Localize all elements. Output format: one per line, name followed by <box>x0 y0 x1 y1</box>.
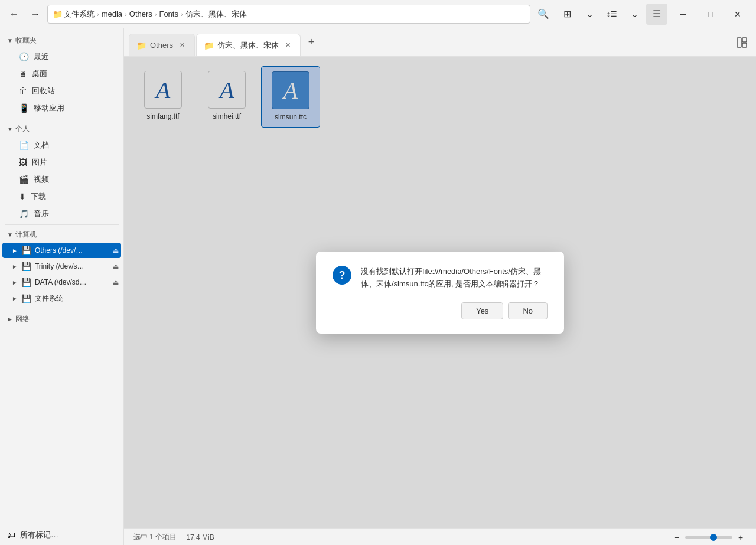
tab-others-label: Others <box>150 41 173 50</box>
all-tags-button[interactable]: 🏷 所有标记… <box>0 524 124 545</box>
sidebar-section-favorites: ▼ 收藏夹 🕐 最近 🖥 桌面 🗑 回收站 📱 移动应用 <box>0 33 123 116</box>
sidebar-item-pictures[interactable]: 🖼 图片 <box>2 154 121 171</box>
folder-icon: 📁 <box>53 9 63 19</box>
desktop-icon: 🖥 <box>19 69 27 79</box>
breadcrumb-sep-1: › <box>97 11 99 18</box>
eject-trinity[interactable]: ⏏ <box>113 263 119 270</box>
documents-icon: 📄 <box>19 141 29 150</box>
view-list-button[interactable]: ☰ <box>646 4 667 25</box>
sidebar-section-computer: ▼ 计算机 ► 💾 Others (/dev/… ⏏ ► 💾 Trinity (… <box>0 227 123 306</box>
drive-icon-filesystem: 💾 <box>21 294 31 303</box>
dialog-no-button[interactable]: No <box>508 302 548 319</box>
file-area: A simfang.ttf A simhei.ttf A simsun.t <box>124 57 756 528</box>
maximize-button[interactable]: □ <box>697 0 724 28</box>
svg-rect-0 <box>737 38 741 47</box>
tab-others-folder-icon: 📁 <box>136 41 146 50</box>
dialog: ? 没有找到默认打开file:///media/Others/Fonts/仿宋、… <box>316 252 564 334</box>
music-icon: 🎵 <box>19 209 29 218</box>
sidebar-header-favorites[interactable]: ▼ 收藏夹 <box>0 33 123 48</box>
status-bar: 选中 1 个项目 17.4 MiB − + <box>124 528 756 545</box>
view-controls: ⊞ ⌄ ↕☰ ⌄ ☰ <box>556 4 667 25</box>
forward-button[interactable]: → <box>26 5 45 24</box>
caret-favorites: ▼ <box>7 37 13 44</box>
tab-simsun-folder-icon: 📁 <box>204 41 214 50</box>
trash-icon: 🗑 <box>19 86 27 96</box>
sidebar-section-network: ► 网络 <box>0 312 123 327</box>
tab-bar: 📁 Others ✕ 📁 仿宋、黑体、宋体 ✕ + <box>124 28 756 57</box>
caret-network: ► <box>7 316 13 322</box>
pictures-icon: 🖼 <box>19 158 27 167</box>
sidebar-item-data-drive[interactable]: ► 💾 DATA (/dev/sd… ⏏ <box>2 275 121 290</box>
sidebar-item-mobile-apps[interactable]: 📱 移动应用 <box>2 100 121 116</box>
tags-icon: 🏷 <box>7 530 15 540</box>
sidebar-item-downloads[interactable]: ⬇ 下载 <box>2 188 121 205</box>
breadcrumb-filesystem[interactable]: 📁 文件系统 <box>53 9 94 19</box>
sidebar: ▼ 收藏夹 🕐 最近 🖥 桌面 🗑 回收站 📱 移动应用 <box>0 28 124 545</box>
back-button[interactable]: ← <box>5 5 24 24</box>
zoom-thumb <box>710 534 717 541</box>
dialog-buttons: Yes No <box>333 302 548 319</box>
sidebar-section-personal: ▼ 个人 📄 文档 🖼 图片 🎬 视频 ⬇ 下载 🎵 音乐 <box>0 122 123 222</box>
sep-1 <box>5 119 119 119</box>
zoom-slider[interactable] <box>685 536 732 539</box>
sidebar-header-network[interactable]: ► 网络 <box>0 312 123 327</box>
sort-dropdown-button[interactable]: ⌄ <box>624 4 645 25</box>
sort-button[interactable]: ↕☰ <box>601 4 623 25</box>
dialog-message: 没有找到默认打开file:///media/Others/Fonts/仿宋、黑体… <box>361 266 548 291</box>
drive-caret-data: ► <box>12 279 18 286</box>
panel-toggle-button[interactable] <box>732 33 751 52</box>
sidebar-item-recent[interactable]: 🕐 最近 <box>2 48 121 65</box>
breadcrumb-bar[interactable]: 📁 文件系统 › media › Others › Fonts › 仿宋、黑体、… <box>47 5 530 24</box>
downloads-icon: ⬇ <box>19 192 26 201</box>
sidebar-item-desktop[interactable]: 🖥 桌面 <box>2 66 121 82</box>
dialog-overlay: ? 没有找到默认打开file:///media/Others/Fonts/仿宋、… <box>124 57 756 528</box>
zoom-minus-button[interactable]: − <box>671 531 683 543</box>
zoom-plus-button[interactable]: + <box>735 531 747 543</box>
sidebar-item-trinity-drive[interactable]: ► 💾 Trinity (/dev/s… ⏏ <box>2 259 121 274</box>
sep-2 <box>5 224 119 225</box>
close-button[interactable]: ✕ <box>724 0 751 28</box>
window-controls: ─ □ ✕ <box>670 0 751 28</box>
drive-caret-trinity: ► <box>12 263 18 270</box>
search-button[interactable]: 🔍 <box>533 4 554 25</box>
content-area: 📁 Others ✕ 📁 仿宋、黑体、宋体 ✕ + <box>124 28 756 545</box>
tab-simsun-close[interactable]: ✕ <box>282 40 293 51</box>
breadcrumb-sep-2: › <box>125 11 127 18</box>
breadcrumb-sep-3: › <box>155 11 157 18</box>
dialog-question-icon: ? <box>333 266 351 285</box>
tab-others[interactable]: 📁 Others ✕ <box>129 34 195 56</box>
view-grid-button[interactable]: ⊞ <box>556 4 578 25</box>
caret-personal: ▼ <box>7 126 13 132</box>
sidebar-item-others-drive[interactable]: ► 💾 Others (/dev/… ⏏ <box>2 243 121 258</box>
breadcrumb-sep-4: › <box>181 11 183 18</box>
tab-simsun[interactable]: 📁 仿宋、黑体、宋体 ✕ <box>196 34 301 56</box>
breadcrumb-others[interactable]: Others <box>129 9 152 18</box>
minimize-button[interactable]: ─ <box>670 0 697 28</box>
sidebar-item-music[interactable]: 🎵 音乐 <box>2 205 121 222</box>
dialog-yes-button[interactable]: Yes <box>461 302 503 319</box>
zoom-control: − + <box>671 531 747 543</box>
sep-3 <box>5 309 119 309</box>
svg-rect-1 <box>742 38 747 42</box>
breadcrumb-fonts[interactable]: Fonts <box>159 9 178 18</box>
tab-add-button[interactable]: + <box>302 33 321 52</box>
sidebar-header-computer[interactable]: ▼ 计算机 <box>0 227 123 242</box>
videos-icon: 🎬 <box>19 175 29 184</box>
tab-simsun-label: 仿宋、黑体、宋体 <box>217 40 279 51</box>
eject-others[interactable]: ⏏ <box>113 247 119 254</box>
sidebar-item-filesystem[interactable]: ► 💾 文件系统 <box>2 291 121 306</box>
eject-data[interactable]: ⏏ <box>113 279 119 286</box>
recent-icon: 🕐 <box>19 52 29 61</box>
tab-others-close[interactable]: ✕ <box>177 40 187 51</box>
sidebar-item-documents[interactable]: 📄 文档 <box>2 137 121 154</box>
selection-size: 17.4 MiB <box>186 533 214 541</box>
drive-caret-filesystem: ► <box>12 295 18 302</box>
breadcrumb-current[interactable]: 仿宋、黑体、宋体 <box>185 9 247 19</box>
breadcrumb-media[interactable]: media <box>102 9 122 18</box>
view-dropdown-button[interactable]: ⌄ <box>579 4 600 25</box>
drive-caret-others: ► <box>12 247 18 254</box>
sidebar-header-personal[interactable]: ▼ 个人 <box>0 122 123 136</box>
sidebar-item-trash[interactable]: 🗑 回收站 <box>2 83 121 99</box>
caret-computer: ▼ <box>7 231 13 238</box>
sidebar-item-videos[interactable]: 🎬 视频 <box>2 171 121 188</box>
